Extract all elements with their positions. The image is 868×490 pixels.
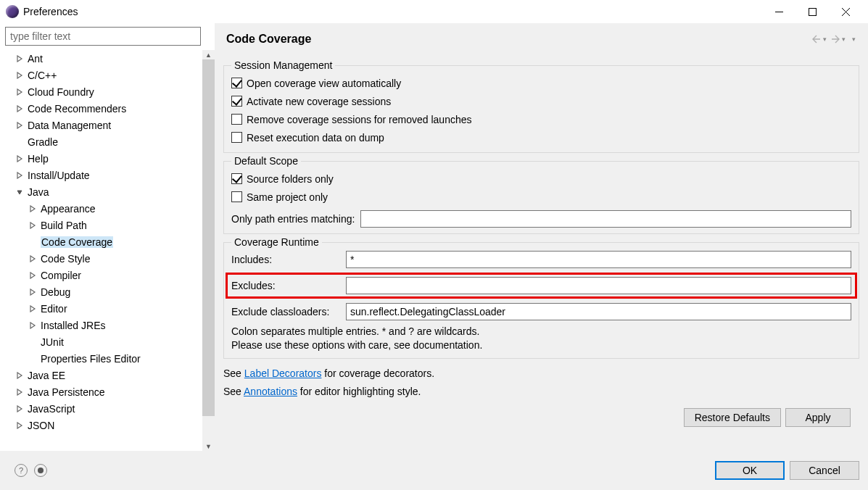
twisty-icon[interactable] — [27, 253, 38, 265]
activate-sessions-checkbox[interactable] — [231, 96, 242, 107]
annotations-link[interactable]: Annotations — [244, 386, 297, 397]
same-project-checkbox[interactable] — [231, 191, 242, 202]
page-menu-icon[interactable]: ▾ — [852, 36, 858, 43]
tree-item-label: Code Recommenders — [28, 103, 126, 115]
twisty-icon[interactable] — [14, 103, 25, 115]
twisty-icon[interactable] — [14, 403, 25, 415]
path-matching-input[interactable] — [360, 210, 851, 228]
tree-item-code-style[interactable]: Code Style — [5, 250, 202, 267]
tree-item-label: Code Coverage — [41, 236, 113, 248]
tree-item-java[interactable]: Java — [5, 183, 202, 200]
excludes-input[interactable] — [346, 277, 851, 294]
tree-item-label: Editor — [41, 303, 67, 315]
ok-button[interactable]: OK — [715, 461, 785, 480]
tree-item-build-path[interactable]: Build Path — [5, 217, 202, 233]
remove-sessions-label: Remove coverage sessions for removed lau… — [247, 114, 472, 125]
open-coverage-view-label: Open coverage view automatically — [247, 78, 401, 89]
tree-item-label: Cloud Foundry — [28, 86, 94, 98]
nav-back-icon[interactable] — [811, 34, 822, 44]
nav-forward-menu-icon[interactable]: ▾ — [842, 36, 848, 43]
tree-item-debug[interactable]: Debug — [5, 283, 202, 300]
excludes-highlight: Excludes: — [226, 273, 857, 299]
tree-item-label: Appearance — [41, 203, 96, 215]
maximize-button[interactable] — [795, 0, 829, 23]
help-icon[interactable]: ? — [15, 464, 28, 477]
activate-sessions-label: Activate new coverage sessions — [247, 96, 391, 107]
tree-item-cloud-foundry[interactable]: Cloud Foundry — [5, 83, 202, 100]
twisty-icon[interactable] — [14, 86, 25, 98]
twisty-icon[interactable] — [14, 153, 25, 165]
twisty-icon[interactable] — [14, 186, 25, 198]
nav-back-menu-icon[interactable]: ▾ — [823, 36, 829, 43]
tree-item-label: Properties Files Editor — [41, 353, 141, 365]
twisty-icon[interactable] — [27, 270, 38, 281]
twisty-icon[interactable] — [14, 170, 25, 181]
twisty-icon[interactable] — [14, 70, 25, 81]
tree-item-code-coverage[interactable]: Code Coverage — [5, 233, 202, 250]
tree-item-java-persistence[interactable]: Java Persistence — [5, 383, 202, 400]
cancel-button[interactable]: Cancel — [790, 461, 859, 480]
tree-item-ant[interactable]: Ant — [5, 50, 202, 67]
tree-item-json[interactable]: JSON — [5, 417, 202, 433]
tree-item-compiler[interactable]: Compiler — [5, 267, 202, 283]
filter-input[interactable] — [5, 27, 201, 46]
label-decorators-link[interactable]: Label Decorators — [244, 368, 322, 379]
tree-item-data-management[interactable]: Data Management — [5, 117, 202, 133]
tree-item-javascript[interactable]: JavaScript — [5, 400, 202, 417]
twisty-icon[interactable] — [27, 203, 38, 215]
tree-item-properties-files-editor[interactable]: Properties Files Editor — [5, 350, 202, 367]
twisty-icon[interactable] — [27, 303, 38, 315]
tree-scrollbar[interactable]: ▲ ▼ — [202, 50, 215, 451]
twisty-icon[interactable] — [14, 420, 25, 431]
scroll-thumb[interactable] — [202, 59, 215, 416]
close-button[interactable] — [829, 0, 862, 23]
twisty-icon — [27, 336, 38, 348]
coverage-runtime-group: Coverage Runtime Includes: Excludes: Exc… — [223, 236, 859, 359]
import-export-icon[interactable] — [34, 464, 47, 477]
preferences-tree[interactable]: AntC/C++Cloud FoundryCode RecommendersDa… — [5, 50, 215, 451]
source-folders-checkbox[interactable] — [231, 173, 242, 184]
twisty-icon[interactable] — [14, 370, 25, 381]
twisty-icon[interactable] — [14, 120, 25, 131]
path-matching-label: Only path entries matching: — [231, 213, 355, 225]
tree-item-code-recommenders[interactable]: Code Recommenders — [5, 100, 202, 117]
tree-item-appearance[interactable]: Appearance — [5, 200, 202, 217]
tree-item-label: Java — [28, 186, 49, 198]
twisty-icon[interactable] — [14, 53, 25, 65]
tree-item-installed-jres[interactable]: Installed JREs — [5, 317, 202, 333]
tree-item-java-ee[interactable]: Java EE — [5, 367, 202, 383]
title-bar: Preferences — [0, 0, 868, 23]
preferences-sidebar: AntC/C++Cloud FoundryCode RecommendersDa… — [0, 23, 215, 451]
includes-input[interactable] — [346, 251, 851, 268]
scroll-down-icon[interactable]: ▼ — [202, 441, 215, 451]
tree-item-label: Java EE — [28, 370, 65, 381]
tree-item-install-update[interactable]: Install/Update — [5, 167, 202, 183]
open-coverage-view-checkbox[interactable] — [231, 78, 242, 88]
tree-item-junit[interactable]: JUnit — [5, 333, 202, 350]
scope-legend: Default Scope — [231, 155, 301, 167]
reset-data-checkbox[interactable] — [231, 132, 242, 143]
tree-item-help[interactable]: Help — [5, 150, 202, 167]
restore-defaults-button[interactable]: Restore Defaults — [684, 408, 781, 427]
tree-item-label: Debug — [41, 286, 70, 298]
apply-button[interactable]: Apply — [785, 408, 851, 427]
remove-sessions-checkbox[interactable] — [231, 114, 242, 125]
scroll-up-icon[interactable]: ▲ — [202, 50, 215, 59]
nav-forward-icon[interactable] — [830, 34, 840, 44]
minimize-button[interactable] — [762, 0, 795, 23]
tree-item-c-c-[interactable]: C/C++ — [5, 67, 202, 83]
exclude-classloaders-input[interactable] — [346, 303, 851, 320]
twisty-icon[interactable] — [14, 386, 25, 398]
runtime-hint: Colon separates multiple entries. * and … — [231, 325, 851, 352]
tree-item-label: JavaScript — [28, 403, 75, 415]
page-header: Code Coverage ▾ ▾ ▾ — [216, 23, 868, 55]
links-block: See Label Decorators for coverage decora… — [223, 365, 859, 401]
twisty-icon[interactable] — [27, 320, 38, 331]
tree-item-label: JSON — [28, 420, 54, 431]
tree-item-editor[interactable]: Editor — [5, 300, 202, 317]
tree-item-gradle[interactable]: Gradle — [5, 133, 202, 150]
twisty-icon — [14, 136, 25, 148]
page-title: Code Coverage — [226, 33, 811, 46]
twisty-icon[interactable] — [27, 220, 38, 231]
twisty-icon[interactable] — [27, 286, 38, 298]
